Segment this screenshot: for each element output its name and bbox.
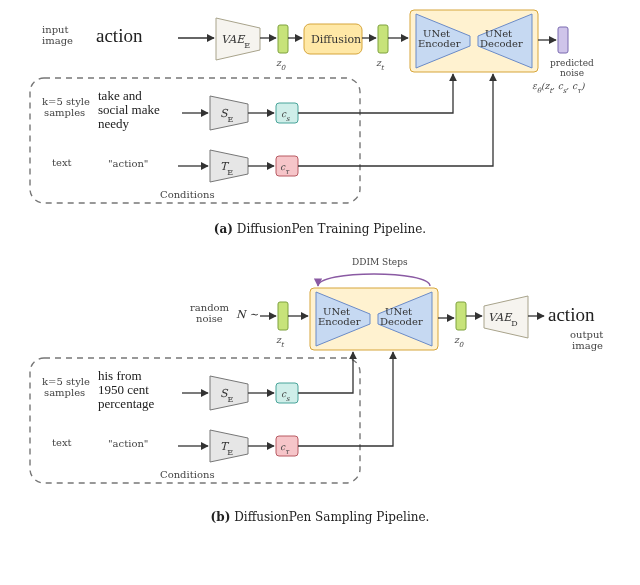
text-label: text [52,157,72,168]
text-encoder [210,150,248,182]
arrow-ctau-to-unet-b [298,352,393,446]
z0-latent [278,25,288,53]
style-encoder [210,96,248,130]
input-handwriting: action [96,25,143,46]
input-image-label: inputimage [42,24,73,46]
diffusion-label: Diffusion [311,33,361,46]
figure-b: randomnoise N ~ zt UNetEncoder UNetDecod… [30,257,603,483]
zt-latent [378,25,388,53]
z0-label-b: z0 [454,335,464,349]
output-image-label: outputimage [570,329,603,351]
z0-label: z0 [276,58,286,72]
predicted-noise [558,27,568,53]
predicted-noise-math: εθ(zt, cs, cτ) [532,81,585,95]
arrow-ctau-to-unet [298,74,493,166]
text-label-b: text [52,437,72,448]
conditions-label: Conditions [160,189,215,200]
style-samples-label-b: k=5 stylesamples [42,376,90,398]
output-handwriting: action [548,304,595,325]
vae-encoder-block: VAEE [216,18,260,60]
style-handwriting-b: his from1950 centpercentage [98,368,155,411]
text-value-b: "action" [108,438,148,449]
caption-a: (a) DiffusionPen Training Pipeline. [0,222,640,236]
noise-symbol: N ~ [236,308,259,321]
style-handwriting: take andsocial makeneedy [98,88,160,131]
ddim-label: DDIM Steps [352,257,408,267]
ddim-loop [318,274,430,286]
zt-label: zt [376,58,385,72]
predicted-noise-label: predictednoise [550,58,594,78]
conditions-label-b: Conditions [160,469,215,480]
style-samples-label: k=5 stylesamples [42,96,90,118]
z0-latent-b [456,302,466,330]
arrow-cs-to-unet [298,74,453,113]
figure-a: inputimage action VAEE z0 Diffusion zt U… [30,10,594,203]
text-value: "action" [108,158,148,169]
random-noise-label: randomnoise [190,302,230,324]
text-encoder-b [210,430,248,462]
diagram-canvas: inputimage action VAEE z0 Diffusion zt U… [0,0,640,585]
zt-label-b: zt [276,335,285,349]
zt-latent-b [278,302,288,330]
caption-b: (b) DiffusionPen Sampling Pipeline. [0,510,640,524]
style-encoder-b [210,376,248,410]
